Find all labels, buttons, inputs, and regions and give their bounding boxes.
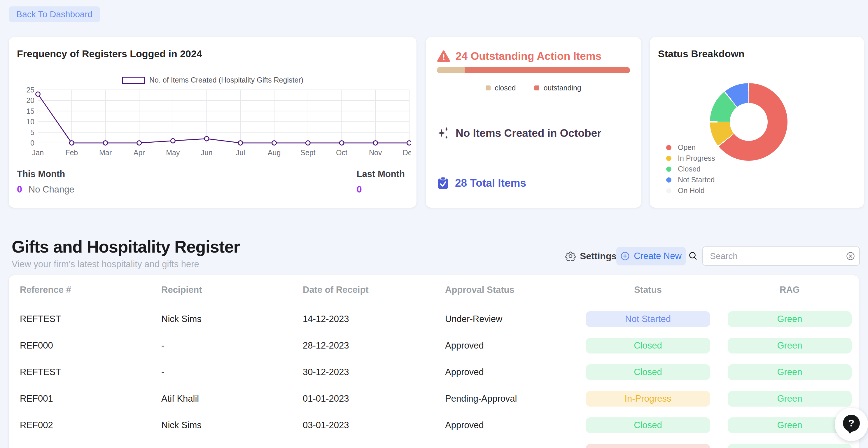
dashboard-page: Back To Dashboard Frequency of Registers… bbox=[0, 0, 868, 448]
status-badge: Open bbox=[586, 444, 710, 448]
action-items-card: 24 Outstanding Action Items closedoutsta… bbox=[426, 37, 641, 208]
status-badge: Not Started bbox=[586, 311, 710, 327]
settings-button[interactable]: Settings bbox=[565, 247, 617, 265]
create-new-label: Create New bbox=[634, 251, 682, 261]
clear-search-button[interactable] bbox=[845, 251, 856, 262]
table-row[interactable]: REF000-28-12-2023ApprovedClosedGreen bbox=[9, 332, 859, 359]
warning-icon bbox=[437, 50, 450, 62]
this-month-note: No Change bbox=[29, 184, 74, 195]
rag-badge: Green bbox=[728, 444, 852, 448]
svg-text:May: May bbox=[166, 149, 180, 157]
table-row[interactable]: REF001Atif Khalil01-01-2023Pending-Appro… bbox=[9, 385, 859, 412]
cell-recipient: Atif Khalil bbox=[161, 393, 303, 404]
back-to-dashboard-button[interactable]: Back To Dashboard bbox=[9, 6, 100, 22]
data-point bbox=[103, 141, 107, 145]
line-chart: 0510152025JanFebMarAprMayJunJulAugSeptOc… bbox=[14, 86, 411, 162]
gear-icon bbox=[565, 251, 576, 261]
svg-text:Jan: Jan bbox=[32, 149, 44, 157]
legend-label: outstanding bbox=[544, 84, 581, 92]
data-point bbox=[238, 141, 243, 145]
settings-label: Settings bbox=[580, 251, 617, 262]
svg-text:Apr: Apr bbox=[133, 149, 145, 157]
this-month-label: This Month bbox=[17, 169, 74, 180]
cell-approval-status: Pending-Approval bbox=[445, 393, 586, 404]
page-subtitle: View your firm's latest hospitality and … bbox=[12, 259, 199, 269]
status-legend-item: Open bbox=[666, 142, 715, 153]
cell-date: 14-12-2023 bbox=[303, 314, 445, 324]
cell-approval-status: Under-Review bbox=[445, 314, 586, 324]
table-row[interactable]: REF002Nick Sims03-01-2023ApprovedClosedG… bbox=[9, 412, 859, 438]
status-badge: Closed bbox=[586, 417, 710, 433]
svg-text:Nov: Nov bbox=[369, 149, 382, 157]
status-breakdown-card: Status Breakdown OpenIn ProgressClosedNo… bbox=[650, 37, 864, 208]
column-header: Approval Status bbox=[445, 285, 586, 295]
column-header: RAG bbox=[728, 285, 852, 295]
progress-legend-item: closed bbox=[486, 84, 516, 92]
cell-recipient: Nick Sims bbox=[161, 314, 303, 324]
data-point bbox=[137, 141, 142, 145]
table-row[interactable]: REF003-08-02-2023Pending-ApprovalOpenGre… bbox=[9, 438, 859, 448]
cell-reference: REFTEST bbox=[20, 314, 161, 324]
data-point bbox=[373, 141, 378, 145]
progress-legend-item: outstanding bbox=[534, 84, 581, 92]
outstanding-segment bbox=[465, 67, 630, 73]
legend-dot bbox=[666, 177, 672, 183]
donut-hole bbox=[730, 103, 768, 141]
last-month-value: 0 bbox=[357, 184, 362, 195]
legend-label: Not Started bbox=[678, 175, 715, 184]
status-badge: In-Progress bbox=[586, 391, 710, 407]
svg-text:Oct: Oct bbox=[336, 149, 347, 157]
status-legend: OpenIn ProgressClosedNot StartedOn Hold bbox=[666, 142, 715, 196]
cell-approval-status: Pending-Approval bbox=[445, 447, 586, 448]
rag-badge: Green bbox=[728, 338, 852, 353]
no-items-text: No Items Created in October bbox=[456, 127, 601, 139]
rag-badge: Green bbox=[728, 417, 852, 433]
legend-label: closed bbox=[495, 84, 516, 92]
status-legend-item: On Hold bbox=[666, 185, 715, 196]
page-title: Gifts and Hospitality Register bbox=[12, 237, 240, 256]
frequency-chart-card: Frequency of Registers Logged in 2024 No… bbox=[9, 37, 416, 208]
data-point bbox=[205, 136, 209, 141]
cell-approval-status: Approved bbox=[445, 340, 586, 351]
status-donut-chart bbox=[710, 83, 787, 161]
cell-reference: REF001 bbox=[20, 393, 161, 404]
create-new-button[interactable]: Create New bbox=[616, 247, 686, 265]
cell-recipient: - bbox=[161, 367, 303, 377]
status-legend-item: In Progress bbox=[666, 153, 715, 164]
progress-legend: closedoutstanding bbox=[437, 84, 630, 92]
question-bubble-icon: ? bbox=[842, 414, 861, 435]
cell-date: 28-12-2023 bbox=[303, 340, 445, 351]
search-input[interactable] bbox=[702, 247, 860, 266]
table-header-row: Reference #RecipientDate of ReceiptAppro… bbox=[9, 275, 859, 305]
legend-dot bbox=[666, 156, 672, 161]
clipboard-check-icon bbox=[437, 177, 449, 190]
svg-text:20: 20 bbox=[26, 96, 34, 104]
status-badge: Closed bbox=[586, 364, 710, 380]
cell-date: 30-12-2023 bbox=[303, 367, 445, 377]
legend-label: Closed bbox=[678, 165, 701, 173]
svg-text:Dec: Dec bbox=[403, 149, 411, 157]
data-point bbox=[340, 141, 344, 145]
search-field bbox=[702, 247, 860, 266]
rag-badge: Green bbox=[728, 391, 852, 407]
data-point bbox=[306, 141, 310, 145]
data-point bbox=[36, 92, 40, 96]
status-card-title: Status Breakdown bbox=[658, 48, 745, 60]
status-legend-item: Not Started bbox=[666, 174, 715, 185]
table-row[interactable]: REFTESTNick Sims14-12-2023Under-ReviewNo… bbox=[9, 306, 859, 332]
column-header: Status bbox=[586, 285, 710, 295]
total-items-row: 28 Total Items bbox=[437, 177, 526, 190]
svg-text:Sept: Sept bbox=[301, 149, 315, 157]
register-table-card: Reference #RecipientDate of ReceiptAppro… bbox=[9, 275, 859, 448]
sparkles-icon bbox=[437, 126, 450, 140]
svg-text:25: 25 bbox=[26, 86, 34, 94]
data-point bbox=[170, 138, 175, 143]
table-row[interactable]: REFTEST-30-12-2023ApprovedClosedGreen bbox=[9, 359, 859, 385]
circle-x-icon bbox=[845, 251, 856, 261]
frequency-card-title: Frequency of Registers Logged in 2024 bbox=[17, 48, 202, 60]
help-button[interactable]: ? bbox=[835, 408, 868, 441]
svg-text:Mar: Mar bbox=[99, 149, 112, 157]
cell-reference: REF002 bbox=[20, 420, 161, 430]
legend-dot bbox=[666, 188, 672, 193]
last-month-stat: Last Month 0 bbox=[357, 169, 405, 195]
